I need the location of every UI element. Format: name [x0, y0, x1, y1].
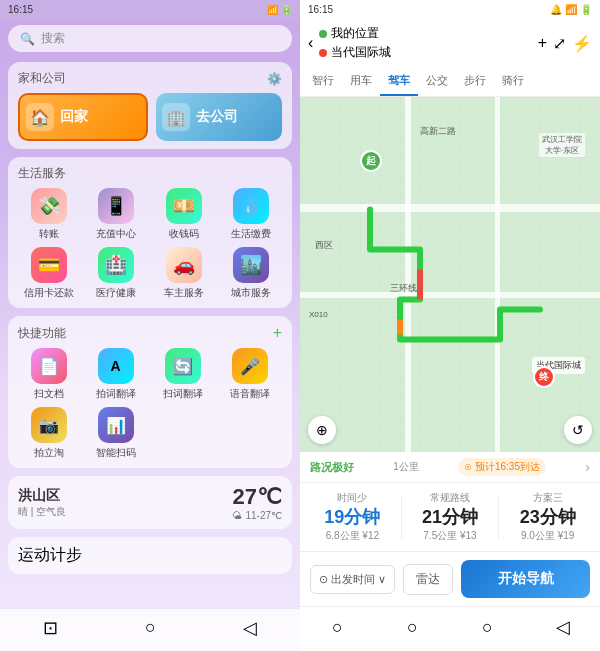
tab-smart[interactable]: 智行 [304, 67, 342, 96]
service-medical[interactable]: 🏥 医疗健康 [86, 247, 148, 300]
smart-scan-icon: 📊 [98, 407, 134, 443]
chevron-down-icon: ∨ [378, 573, 386, 586]
service-charge[interactable]: 📱 充值中心 [86, 188, 148, 241]
xi-district-label: 西区 [315, 239, 333, 252]
weather-info: 洪山区 晴 | 空气良 [18, 487, 66, 519]
back-button[interactable]: ‹ [308, 34, 313, 52]
quick-grid: 📄 扫文档 A 拍词翻译 🔄 扫词翻译 🎤 语音翻译 📷 拍立淘 📊 智能 [18, 348, 282, 460]
life-fee-label: 生活缴费 [231, 227, 271, 241]
transfer-label: 转账 [39, 227, 59, 241]
add-stop-icon[interactable]: + [538, 34, 547, 52]
weather-city: 洪山区 [18, 487, 66, 505]
transport-tabs: 智行 用车 驾车 公交 步行 骑行 [300, 67, 600, 97]
service-card-repay[interactable]: 💳 信用卡还款 [18, 247, 80, 300]
bnav-back[interactable]: ◁ [549, 613, 577, 641]
tab-bus[interactable]: 公交 [418, 67, 456, 96]
car-label: 车主服务 [164, 286, 204, 300]
smart-scan-label: 智能扫码 [96, 446, 136, 460]
service-city[interactable]: 🏙️ 城市服务 [221, 247, 283, 300]
route-2-desc: 常规路线 [402, 491, 499, 505]
home-work-section: 家和公司 ⚙️ 🏠 回家 🏢 去公司 [8, 62, 292, 149]
weather-condition: 晴 | 空气良 [18, 505, 66, 519]
qr-label: 收钱码 [169, 227, 199, 241]
life-services-section: 生活服务 💸 转账 📱 充值中心 💴 收钱码 💧 生活缴费 💳 信用卡还款 [8, 157, 292, 308]
route-option-2[interactable]: 常规路线 21分钟 7.5公里 ¥13 [402, 491, 499, 543]
radar-button[interactable]: 雷达 [403, 564, 453, 595]
steps-label: 运动计步 [18, 546, 82, 563]
search-bar[interactable]: 🔍 搜索 [8, 25, 292, 52]
nav-recent-apps[interactable]: ⊡ [43, 617, 58, 639]
city-icon: 🏙️ [233, 247, 269, 283]
go-work-button[interactable]: 🏢 去公司 [156, 93, 282, 141]
depart-time-button[interactable]: ⊙ 出发时间 ∨ [310, 565, 395, 594]
scan-doc-label: 扫文档 [34, 387, 64, 401]
home-label: 回家 [60, 108, 88, 126]
quick-functions-section: 快捷功能 + 📄 扫文档 A 拍词翻译 🔄 扫词翻译 🎤 语音翻译 📷 拍 [8, 316, 292, 468]
quick-voice-translate[interactable]: 🎤 语音翻译 [219, 348, 280, 401]
service-transfer[interactable]: 💸 转账 [18, 188, 80, 241]
weather-section: 洪山区 晴 | 空气良 27℃ 🌤 11-27℃ [8, 476, 292, 529]
settings-icon[interactable]: ⚙️ [267, 72, 282, 86]
go-home-button[interactable]: 🏠 回家 [18, 93, 148, 141]
service-life-fee[interactable]: 💧 生活缴费 [221, 188, 283, 241]
service-qrcode[interactable]: 💴 收钱码 [153, 188, 215, 241]
route-2-time: 21分钟 [402, 505, 499, 529]
add-quick-button[interactable]: + [273, 324, 282, 342]
service-car[interactable]: 🚗 车主服务 [153, 247, 215, 300]
bnav-item-1[interactable]: ○ [324, 613, 352, 641]
tab-walk[interactable]: 步行 [456, 67, 494, 96]
bnav-item-2[interactable]: ○ [399, 613, 427, 641]
route-from: 我的位置 [319, 25, 531, 42]
my-location-button[interactable]: ⊕ [308, 416, 336, 444]
weather-temp-area: 27℃ 🌤 11-27℃ [232, 484, 282, 521]
time-right: 16:15 [308, 4, 333, 15]
sun-icon: 🌤 [232, 510, 242, 521]
route-option-3[interactable]: 方案三 23分钟 9.0公里 ¥19 [499, 491, 596, 543]
route-options-icon[interactable]: ⤢ [553, 34, 566, 53]
route-1-time: 19分钟 [304, 505, 401, 529]
ev-icon[interactable]: ⚡ [572, 34, 592, 53]
route-option-1[interactable]: 时间少 19分钟 6.8公里 ¥12 [304, 491, 401, 543]
qr-icon: 💴 [166, 188, 202, 224]
tab-bike[interactable]: 骑行 [494, 67, 532, 96]
bnav-item-3[interactable]: ○ [474, 613, 502, 641]
quick-photo-translate[interactable]: A 拍词翻译 [85, 348, 146, 401]
nav-back-button[interactable]: ◁ [243, 617, 257, 639]
search-icon: 🔍 [20, 32, 35, 46]
charge-label: 充值中心 [96, 227, 136, 241]
transfer-icon: 💸 [31, 188, 67, 224]
taobao-icon: 📷 [31, 407, 67, 443]
time-left: 16:15 [8, 4, 33, 15]
refresh-route-button[interactable]: ↺ [564, 416, 592, 444]
route-quality-bar: 路况极好 1公里 ⊙ 预计16:35到达 › [300, 452, 600, 483]
right-status-icons: 🔔 📶 🔋 [550, 4, 592, 15]
city-label: 城市服务 [231, 286, 271, 300]
voice-translate-label: 语音翻译 [230, 387, 270, 401]
status-bar-right: 16:15 🔔 📶 🔋 [300, 0, 600, 19]
school-label: 武汉工学院大学·东区 [539, 133, 585, 157]
quick-scan-doc[interactable]: 📄 扫文档 [18, 348, 79, 401]
right-panel: 16:15 🔔 📶 🔋 ‹ 我的位置 当代国际城 + ⤢ ⚡ 智行 用车 [300, 0, 600, 651]
quick-smart-scan[interactable]: 📊 智能扫码 [85, 407, 146, 460]
nav-header: ‹ 我的位置 当代国际城 + ⤢ ⚡ [300, 19, 600, 67]
quick-taobao[interactable]: 📷 拍立淘 [18, 407, 79, 460]
nav-home-button[interactable]: ○ [145, 617, 156, 639]
x010-label: X010 [309, 310, 328, 319]
route-quality-label: 路况极好 [310, 460, 354, 475]
car-icon: 🚗 [166, 247, 202, 283]
tab-drive[interactable]: 驾车 [380, 67, 418, 96]
route-1-desc: 时间少 [304, 491, 401, 505]
recent-apps-icon: ⊡ [43, 617, 58, 639]
expand-icon[interactable]: › [585, 459, 590, 475]
route-1-distance: 6.8公里 ¥12 [304, 529, 401, 543]
depart-time-label: 出发时间 [331, 572, 375, 587]
map-area[interactable]: 高新二路 西区 三环线 当代国际城 武汉工学院大学·东区 X010 起 终 ⊕ … [300, 97, 600, 452]
work-label: 去公司 [196, 108, 238, 126]
start-navigation-button[interactable]: 开始导航 [461, 560, 590, 598]
status-icons-left: 📶 🔋 [267, 5, 292, 15]
quick-scan-translate[interactable]: 🔄 扫词翻译 [152, 348, 213, 401]
tab-car-hail[interactable]: 用车 [342, 67, 380, 96]
left-panel: 16:15 📶 🔋 🔍 搜索 家和公司 ⚙️ 🏠 回家 🏢 去公司 [0, 0, 300, 651]
home-work-buttons: 🏠 回家 🏢 去公司 [18, 93, 282, 141]
signal-icon: 📶 [565, 4, 577, 15]
